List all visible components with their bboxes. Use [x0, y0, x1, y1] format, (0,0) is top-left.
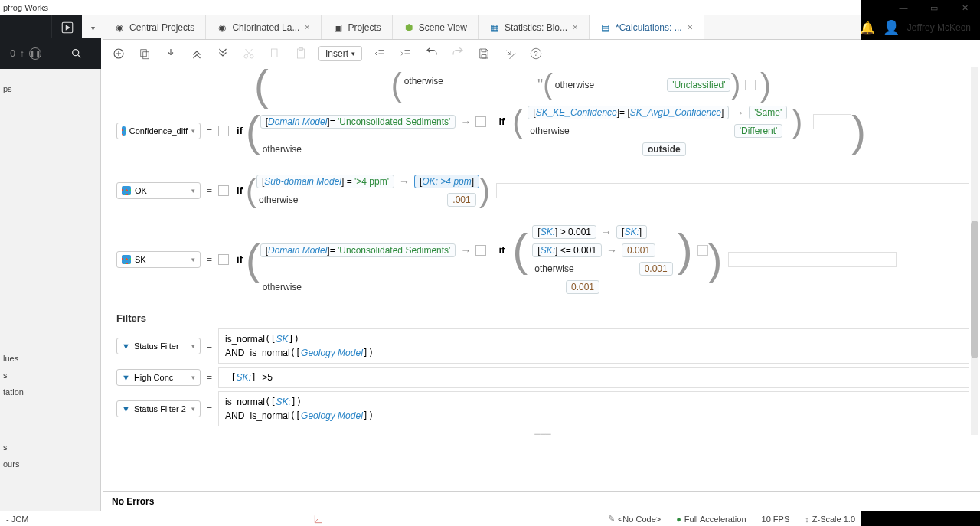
result-value[interactable]: .001	[447, 193, 475, 207]
condition-pill[interactable]: [Domain Model]= 'Unconsolidated Sediment…	[260, 115, 456, 129]
bell-icon[interactable]: 🔔	[860, 21, 875, 35]
tree-item[interactable]: s	[3, 371, 24, 380]
condition-pill[interactable]: [Domain Model]= 'Unconsolidated Sediment…	[260, 243, 456, 257]
tree-item[interactable]: ours	[3, 459, 24, 469]
calc-row-ok: OK = if ( [Sub-domain Model] = '>4 ppm' …	[116, 175, 969, 207]
status-nocode[interactable]: ✎<No Code>	[608, 514, 661, 524]
tree-item[interactable]: lues	[3, 354, 24, 363]
filter-expression[interactable]: is_normal([SK]) AND is_normal([Geology M…	[218, 328, 969, 364]
copy2-icon[interactable]	[266, 45, 283, 62]
tab-label: *Calculations: ...	[616, 22, 682, 33]
brace-icon: )	[760, 75, 771, 94]
download-icon[interactable]	[162, 45, 179, 62]
filter-icon: ▼	[122, 373, 130, 382]
close-button[interactable]: ✕	[949, 0, 980, 15]
filter-expression[interactable]: is_normal([SK:]) AND is_normal([Geology …	[218, 391, 969, 426]
scrollbar-thumb[interactable]	[971, 221, 978, 358]
copy-icon[interactable]	[136, 45, 153, 62]
user-avatar-icon[interactable]: 👤	[883, 19, 900, 36]
outdent-icon[interactable]	[371, 45, 388, 62]
otherwise-label: otherwise	[528, 125, 571, 137]
slot-box[interactable]	[697, 245, 708, 256]
checkbox[interactable]	[218, 185, 229, 196]
undo-icon[interactable]	[423, 45, 440, 62]
checkbox[interactable]	[475, 245, 486, 256]
tab-calculations[interactable]: ▤ *Calculations: ... ✕	[590, 15, 704, 39]
left-panel: 0 ↑ ❚❚ ps lues s tation s ours	[0, 38, 101, 511]
condition-pill[interactable]: [SK_KE_Confidence]= [SK_AvgD_Confidence]	[528, 106, 729, 119]
indent-icon[interactable]	[397, 45, 414, 62]
result-value[interactable]: outside	[642, 142, 686, 156]
filter-select[interactable]: ▼ Status Filter	[116, 338, 201, 354]
brace-icon: )	[851, 118, 866, 144]
tree-item[interactable]: ps	[3, 84, 24, 93]
if-keyword: if	[237, 125, 243, 136]
result-value[interactable]: 0.001	[622, 243, 655, 257]
expression-slot[interactable]	[728, 252, 897, 267]
paste-icon[interactable]	[292, 45, 309, 62]
close-icon[interactable]: ✕	[572, 23, 578, 31]
play-button[interactable]	[51, 15, 82, 40]
status-zscale[interactable]: ↕Z-Scale 1.0	[805, 515, 855, 524]
result-value[interactable]: 0.001	[639, 262, 673, 276]
result-value[interactable]: [SK:]	[616, 225, 647, 239]
equals-label: =	[207, 341, 212, 351]
play-dropdown[interactable]: ▾	[82, 15, 103, 40]
grid-icon	[122, 255, 131, 264]
expression-slot[interactable]	[496, 183, 969, 198]
cut-icon[interactable]	[240, 45, 257, 62]
tab-central-projects[interactable]: ◉ Central Projects	[103, 15, 206, 39]
drag-handle-icon[interactable]: ═══	[116, 430, 969, 438]
otherwise-label: otherwise	[260, 281, 304, 293]
equals-label: =	[207, 185, 212, 196]
search-button[interactable]	[51, 38, 101, 69]
result-value[interactable]: 'Different'	[734, 124, 783, 138]
condition-pill[interactable]: [SK:] <= 0.001	[532, 243, 602, 257]
variable-select[interactable]: SK	[116, 251, 201, 268]
tree-item[interactable]: s	[3, 443, 24, 452]
checkbox[interactable]	[218, 126, 229, 136]
close-icon[interactable]: ✕	[687, 23, 693, 31]
filter-select[interactable]: ▼ High Conc	[116, 369, 201, 386]
checkbox[interactable]	[218, 254, 229, 265]
minimize-button[interactable]: —	[888, 0, 919, 15]
export-icon[interactable]	[501, 45, 518, 62]
scrollbar[interactable]	[971, 67, 978, 435]
checkbox[interactable]	[475, 116, 486, 127]
close-icon[interactable]: ✕	[304, 23, 310, 31]
tab-chlorinated[interactable]: ◉ Chlorinated La... ✕	[206, 15, 322, 39]
condition-pill[interactable]: [Sub-domain Model] = '>4 ppm'	[256, 175, 394, 188]
tab-statistics[interactable]: ▦ Statistics: Blo... ✕	[479, 15, 590, 39]
new-item-icon[interactable]	[110, 45, 127, 62]
variable-select[interactable]: OK	[116, 182, 201, 199]
expression-slot[interactable]	[813, 114, 851, 129]
result-value[interactable]: 'Unclassified'	[667, 78, 730, 92]
save-icon[interactable]	[475, 45, 492, 62]
variable-select[interactable]: Confidence_diff	[116, 123, 201, 139]
otherwise-label: otherwise	[260, 143, 304, 155]
svg-rect-4	[141, 49, 147, 56]
collapse-up-icon[interactable]	[188, 45, 205, 62]
result-value-active[interactable]: [OK: >4 ppm]	[414, 175, 479, 188]
tab-scene-view[interactable]: ⬢ Scene View	[393, 15, 479, 39]
insert-dropdown[interactable]: Insert▾	[318, 46, 362, 61]
help-icon[interactable]: ?	[528, 45, 544, 62]
status-axes[interactable]	[313, 514, 324, 524]
status-bar: - JCM ✎<No Code> ●Full Acceleration 10 F…	[0, 511, 861, 526]
header-right: 🔔 👤 Jeffrey McKeon	[851, 15, 980, 40]
otherwise-label: otherwise	[553, 79, 596, 91]
condition-pill[interactable]: [SK:] > 0.001	[532, 225, 596, 239]
pause-control[interactable]: 0 ↑ ❚❚	[0, 38, 51, 69]
filter-select[interactable]: ▼ Status Filter 2	[116, 400, 201, 417]
brace-icon: (	[512, 237, 528, 264]
maximize-button[interactable]: ▭	[919, 0, 949, 15]
filter-expression[interactable]: [SK:] >5	[218, 367, 969, 388]
result-value[interactable]: 'Same'	[749, 106, 787, 119]
redo-icon[interactable]	[449, 45, 466, 62]
slot-box[interactable]	[745, 80, 756, 90]
result-value[interactable]: 0.001	[566, 280, 599, 294]
pause-icon: ❚❚	[29, 47, 41, 60]
tree-item[interactable]: tation	[3, 387, 24, 397]
tab-projects[interactable]: ▣ Projects	[322, 15, 392, 39]
expand-down-icon[interactable]	[214, 45, 231, 62]
